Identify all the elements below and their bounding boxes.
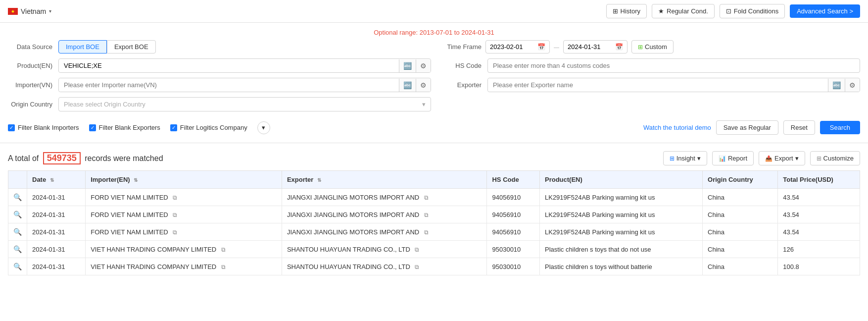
row-total-price: 43.54 [778,206,860,223]
history-button[interactable]: ⊞ History [606,4,647,18]
row-search-icon-cell[interactable]: 🔍 [8,258,27,275]
vietnam-flag-icon [8,8,18,15]
date-sort-icon: ⇅ [50,177,54,183]
search-panel: Optional range: 2013-07-01 to 2024-01-31… [0,23,868,143]
calendar-end-icon[interactable]: 📅 [615,43,623,51]
customize-icon: ⊞ [817,155,821,162]
table-col-exporter[interactable]: Exporter ⇅ [282,171,487,189]
row-total-price: 100.8 [778,258,860,275]
save-regular-button[interactable]: Save as Regular [716,120,778,135]
product-translate-icon[interactable]: 🔤 [399,59,416,72]
import-boe-button[interactable]: Import BOE [58,40,107,54]
row-search-icon-cell[interactable]: 🔍 [8,206,27,223]
row-product: LK2919F524AB Parking warning kit us [539,189,702,206]
row-search-icon[interactable]: 🔍 [13,193,22,201]
importer-translate-icon[interactable]: 🔤 [399,79,416,92]
filter-logistics-checkbox[interactable] [170,124,177,131]
filter-blank-importers-label: Filter Blank Importers [18,124,79,131]
row-exporter: SHANTOU HUAYUAN TRADING CO., LTD ⧉ [282,258,487,275]
exporter-copy-icon[interactable]: ⧉ [424,229,429,236]
row-importer: FORD VIET NAM LIMITED ⧉ [86,223,282,241]
table-col-date[interactable]: Date ⇅ [27,171,86,189]
action-buttons: Watch the tutorial demo Save as Regular … [643,120,860,135]
regular-cond-button[interactable]: ★ Regular Cond. [652,4,715,18]
export-icon: 📤 [765,155,772,162]
row-exporter: JIANGXI JIANGLING MOTORS IMPORT AND ⧉ [282,189,487,206]
country-name: Vietnam [21,7,46,15]
product-label: Product(EN) [8,62,52,69]
exporter-copy-icon[interactable]: ⧉ [424,194,429,201]
insight-button[interactable]: ⊞ Insight ▾ [663,151,707,165]
row-search-icon-cell[interactable]: 🔍 [8,223,27,241]
filter-blank-exporters-checkbox[interactable] [89,124,96,131]
row-search-icon[interactable]: 🔍 [13,263,22,270]
calendar-start-icon[interactable]: 📅 [537,43,545,51]
row-total-price: 43.54 [778,189,860,206]
row-search-icon[interactable]: 🔍 [13,211,22,218]
filter-blank-importers-item: Filter Blank Importers [8,124,79,131]
timeframe-end-field[interactable] [568,43,612,51]
header: Vietnam ▾ ⊞ History ★ Regular Cond. ⊡ Fo… [0,0,868,23]
exporter-setting-icon[interactable]: ⚙ [845,79,860,92]
results-count: 549735 [43,152,81,164]
product-input[interactable] [59,59,399,72]
reset-button[interactable]: Reset [783,120,815,135]
filter-expand-button[interactable]: ▾ [257,121,270,134]
importer-input[interactable] [59,78,399,92]
row-origin: Origin Country Please select Origin Coun… [8,97,860,111]
tutorial-link[interactable]: Watch the tutorial demo [643,124,711,131]
export-button[interactable]: 📤 Export ▾ [759,151,805,165]
filter-blank-exporters-item: Filter Blank Exporters [89,124,160,131]
importer-setting-icon[interactable]: ⚙ [416,79,431,92]
row-search-icon[interactable]: 🔍 [13,245,22,253]
timeframe-start-field[interactable] [490,43,534,51]
exporter-copy-icon[interactable]: ⧉ [415,264,419,270]
row-date: 2024-01-31 [27,241,86,258]
importer-copy-icon[interactable]: ⧉ [221,264,226,270]
custom-button[interactable]: ⊞ Custom [631,40,674,54]
row-importer: FORD VIET NAM LIMITED ⧉ [86,206,282,223]
exporter-copy-icon[interactable]: ⧉ [424,212,429,218]
importer-copy-icon[interactable]: ⧉ [173,194,177,201]
customize-button[interactable]: ⊞ Customize [810,151,860,165]
row-search-icon[interactable]: 🔍 [13,228,22,236]
row-product: Plastic children s toys that do not use [539,241,702,258]
table-col-origin: Origin Country [703,171,778,189]
row-importer: Importer(VN) 🔤 ⚙ Exporter 🔤 ⚙ [8,78,860,92]
row-hs-code: 95030010 [487,241,540,258]
optional-range-text: Optional range: 2013-07-01 to 2024-01-31 [8,29,860,36]
advanced-search-button[interactable]: Advanced Search > [790,4,860,18]
importer-copy-icon[interactable]: ⧉ [173,229,177,236]
timeframe-separator: — [554,44,559,50]
row-hs-code: 94056910 [487,206,540,223]
row-search-icon-cell[interactable]: 🔍 [8,189,27,206]
table-col-product: Product(EN) [539,171,702,189]
row-data-source: Data Source Import BOE Export BOE Time F… [8,40,860,54]
product-setting-icon[interactable]: ⚙ [416,59,431,72]
fold-icon: ⊡ [726,7,731,15]
table-col-importer[interactable]: Importer(EN) ⇅ [86,171,282,189]
timeframe-start-input[interactable]: 📅 [485,40,550,54]
row-product: LK2919F524AB Parking warning kit us [539,206,702,223]
exporter-translate-icon[interactable]: 🔤 [828,79,845,92]
exporter-label: Exporter [437,81,482,89]
table-row: 🔍 2024-01-31 VIET HANH TRADING COMPANY L… [8,241,860,258]
export-chevron-icon: ▾ [795,155,799,162]
origin-country-select[interactable]: Please select Origin Country ▾ [58,97,431,111]
origin-country-chevron-icon: ▾ [422,101,426,108]
country-selector[interactable]: Vietnam ▾ [8,7,51,15]
hs-code-label: HS Code [437,62,482,69]
exporter-copy-icon[interactable]: ⧉ [415,246,419,253]
importer-copy-icon[interactable]: ⧉ [173,212,177,218]
hs-code-input[interactable] [487,58,860,73]
timeframe-end-input[interactable]: 📅 [563,40,627,54]
filter-blank-importers-checkbox[interactable] [8,124,15,131]
row-search-icon-cell[interactable]: 🔍 [8,241,27,258]
report-button[interactable]: 📊 Report [712,151,754,165]
results-table-wrap: Date ⇅ Importer(EN) ⇅ Exporter ⇅ HS Code… [0,170,868,275]
importer-copy-icon[interactable]: ⧉ [221,246,226,253]
fold-conditions-button[interactable]: ⊡ Fold Conditions [720,4,785,18]
export-boe-button[interactable]: Export BOE [107,40,156,54]
search-button[interactable]: Search [820,121,860,134]
exporter-input[interactable] [488,78,828,92]
